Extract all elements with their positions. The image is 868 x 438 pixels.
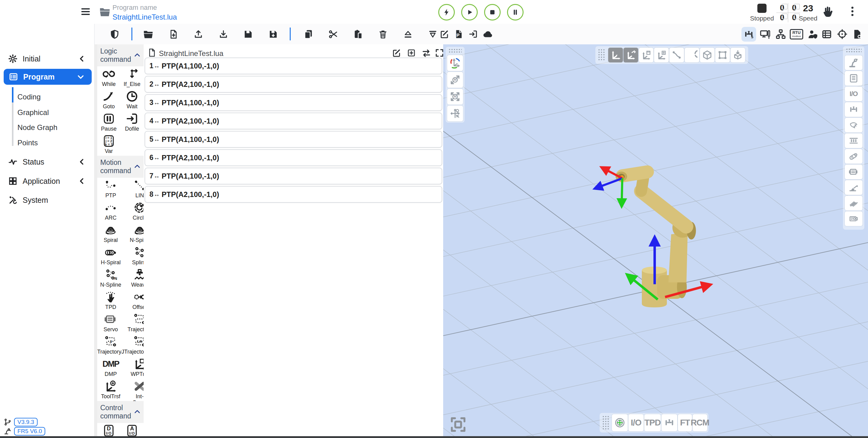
show-path-button[interactable] (669, 48, 684, 62)
chevron-up-icon[interactable] (133, 163, 141, 170)
palette-item-lin[interactable]: LIN (124, 178, 144, 200)
section-control-command[interactable]: Control command (97, 401, 144, 423)
drag-handle[interactable] (598, 49, 604, 61)
save-button[interactable] (243, 24, 254, 45)
rotate-axes-button[interactable] (447, 55, 463, 71)
palette-item-wait[interactable]: Wait (120, 89, 144, 111)
weld-panel-button[interactable] (845, 180, 863, 195)
palette-item-if-else[interactable]: If_Else (120, 66, 144, 89)
world-frame-button[interactable] (608, 48, 623, 62)
program-line-4[interactable]: 4↔PTP(A2,100,-1,0) (145, 113, 442, 129)
palette-item-var[interactable]: i = 1 j = 2 k = 3 Var (97, 134, 120, 156)
palette-item-wptrsf[interactable]: WPTrsf (124, 356, 144, 379)
user-permission-button[interactable] (806, 24, 819, 45)
belt-panel-button[interactable] (845, 149, 863, 164)
edit-line-button[interactable] (392, 48, 402, 58)
program-line-1[interactable]: 1↔PTP(A1,100,-1,0) (145, 58, 442, 74)
palette-item-a-io[interactable]: A I/O A I/O (120, 423, 144, 436)
io-counter-grid[interactable]: 0 0 0 0 (776, 3, 800, 21)
new-file-button[interactable] (168, 24, 179, 45)
program-line-8[interactable]: 8↔PTP(A2,100,-1,0) (145, 186, 442, 203)
reorder-lines-button[interactable] (421, 48, 432, 58)
edit-program-button[interactable] (439, 24, 450, 45)
ft-display-toggle[interactable]: FT (678, 414, 692, 431)
download-button[interactable] (218, 24, 229, 45)
palette-item-dofile[interactable]: Dofile (120, 111, 144, 134)
program-line-5[interactable]: 5↔PTP(A1,100,-1,0) (145, 131, 442, 148)
protect-button[interactable] (109, 24, 120, 45)
hamburger-menu-button[interactable] (80, 6, 91, 17)
import-button[interactable] (468, 24, 478, 45)
point-file-button[interactable]: P (453, 24, 464, 45)
sidebar-item-program[interactable]: Program (4, 69, 92, 85)
program-line-6[interactable]: 6↔PTP(A2,100,-1,0) (145, 149, 442, 166)
palette-item-arc[interactable]: ARC (97, 200, 124, 222)
register-table-button[interactable] (820, 24, 833, 45)
copy-button[interactable] (303, 24, 314, 45)
chevron-up-icon[interactable] (133, 51, 141, 59)
pause-button[interactable] (507, 4, 524, 21)
eject-button[interactable] (403, 24, 413, 45)
device-card-button[interactable] (845, 211, 863, 226)
object-frame-button[interactable] (639, 48, 653, 62)
monitor-button[interactable] (759, 24, 771, 45)
palette-item-ptp[interactable]: PTP (97, 178, 124, 200)
palette-item-n-spline[interactable]: NN-Spline (97, 267, 124, 289)
palette-item-spline[interactable]: Spline (124, 245, 144, 267)
add-frame-button[interactable] (654, 48, 669, 62)
save-as-button[interactable] (268, 24, 279, 45)
section-logic-command[interactable]: Logic command (97, 45, 144, 66)
program-file-name[interactable]: StraightLineTest.lua (113, 13, 177, 21)
cloud-button[interactable] (482, 24, 494, 45)
drag-handle[interactable] (448, 48, 462, 54)
calibration-button[interactable] (836, 24, 848, 45)
palette-item-trajectoryj[interactable]: JTrajectoryJ (97, 334, 124, 356)
speed-value[interactable]: 23 (798, 3, 818, 13)
stop-button[interactable] (484, 4, 501, 21)
sidebar-item-coding[interactable]: Coding (18, 91, 91, 103)
filter-button[interactable] (427, 24, 438, 45)
3d-viewport[interactable]: M M I/O (443, 45, 868, 436)
gripper-sim-button[interactable]: s (743, 24, 755, 45)
show-plane-button[interactable] (715, 48, 730, 62)
tpd-display-toggle[interactable]: TPD (644, 414, 661, 431)
program-line-2[interactable]: 2↔PTP(A2,100,-1,0) (145, 76, 442, 93)
robot-model-button[interactable] (845, 55, 863, 70)
gripper-panel-button[interactable] (845, 102, 863, 117)
io-panel-button[interactable]: I/O (845, 87, 863, 101)
sidebar-item-node-graph[interactable]: Node Graph (18, 121, 91, 134)
more-menu-button[interactable] (847, 5, 858, 17)
spray-panel-button[interactable] (845, 118, 863, 133)
palette-item-n-spiral[interactable]: NN-Spiral (124, 222, 144, 245)
open-file-button[interactable] (143, 24, 154, 45)
program-line-7[interactable]: 7↔PTP(A1,100,-1,0) (145, 168, 442, 184)
tool-frame-button[interactable] (623, 48, 638, 62)
program-line-3[interactable]: 3↔PTP(A1,100,-1,0) (145, 94, 442, 111)
palette-item-tooltrsf[interactable]: ToolTrsf (97, 379, 124, 401)
sidebar-item-application[interactable]: Application (0, 173, 94, 189)
move-diagonal-button[interactable]: M (447, 72, 463, 88)
fit-view-button[interactable] (449, 415, 468, 434)
gripper-display-toggle[interactable] (661, 414, 677, 431)
conveyor-panel-button[interactable] (845, 134, 863, 148)
log-panel-button[interactable] (845, 71, 863, 86)
upload-button[interactable] (193, 24, 204, 45)
drop-object-button[interactable] (731, 48, 745, 62)
section-motion-command[interactable]: Motion command (97, 156, 144, 178)
palette-item-offset[interactable]: Offset (124, 289, 144, 312)
cut-button[interactable] (328, 24, 339, 45)
servo-panel-button[interactable] (845, 165, 863, 179)
power-button[interactable] (438, 4, 455, 21)
sidebar-item-graphical[interactable]: Graphical (18, 107, 91, 119)
chevron-up-icon[interactable] (133, 408, 141, 416)
palette-item-weave[interactable]: Weave (124, 267, 144, 289)
robot-version-badge[interactable]: FR5 V6.0 (14, 427, 45, 436)
modbus-rtu-button[interactable]: RTU modbus (790, 24, 803, 45)
palette-item-int-curve[interactable]: Int-Curve (124, 379, 144, 401)
palette-item-trajectoryla[interactable]: LATrajectoryLA (124, 334, 144, 356)
palette-item-pause[interactable]: Pause (97, 111, 120, 134)
palette-item-tpd[interactable]: TPD (97, 289, 124, 312)
file-settings-button[interactable] (851, 24, 864, 45)
delete-button[interactable] (377, 24, 389, 45)
sidebar-item-system[interactable]: System (0, 192, 94, 208)
